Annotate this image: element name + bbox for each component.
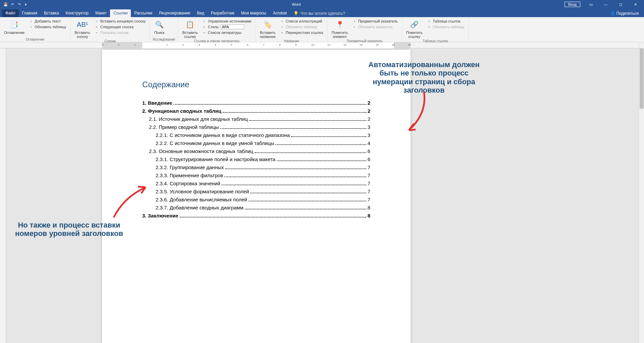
ruler-tick: 5 — [231, 43, 232, 46]
redo-icon[interactable]: ↷ — [17, 2, 21, 7]
maximize-icon[interactable]: ◻ — [614, 0, 627, 9]
toc-text: 2.3.7. Добавление сводных диаграмм — [156, 205, 244, 210]
undo-icon[interactable]: ↶ — [10, 2, 15, 7]
small-icon: ▫ — [352, 24, 357, 29]
toc-page-number: 7 — [368, 164, 370, 170]
ruler-tick: 6 — [247, 43, 248, 46]
annotation-left: Но также и процесс вставки номеров уровн… — [2, 221, 136, 238]
minimize-icon[interactable]: — — [599, 0, 612, 9]
toc-entry[interactable]: 2.3.7. Добавление сводных диаграмм 8 — [156, 205, 370, 210]
small-icon: ▫ — [427, 19, 431, 23]
ribbon-big-button[interactable]: 🔍Поиск — [153, 18, 166, 35]
toc-page-number: 7 — [368, 173, 370, 178]
ribbon-small-button[interactable]: ▫Обновить указатель — [351, 24, 399, 30]
login-button[interactable]: Вход — [565, 2, 580, 7]
ribbon-small-button[interactable]: ▫Обновить таблицу — [27, 24, 67, 30]
qat-customize-icon[interactable]: ▾ — [23, 2, 28, 7]
toc-page-number: 7 — [368, 181, 370, 186]
tab-вставка[interactable]: Вставка — [41, 9, 62, 17]
toc-leader-dots — [249, 120, 366, 121]
scrollbar-thumb[interactable] — [640, 48, 644, 109]
ribbon-icon: 📍 — [334, 19, 345, 30]
toc-entry[interactable]: 2.3. Основные возможности сводных таблиц… — [149, 148, 370, 154]
tell-me-label: Что вы хотите сделать? — [301, 11, 345, 16]
toc-entry[interactable]: 2.3.1. Структурирование полей и настройк… — [156, 156, 370, 162]
toc-page-number: 8 — [368, 205, 370, 210]
toc-entry[interactable]: 2.3.6. Добавление вычисляемых полей 7 — [156, 197, 370, 202]
save-icon[interactable]: 💾 — [3, 2, 8, 7]
ruler-tick: 12 — [343, 43, 346, 46]
ribbon-small-button[interactable]: ▫Вставить концевую сноску — [93, 18, 147, 24]
tab-рассылки[interactable]: Рассылки — [131, 9, 156, 17]
horizontal-ruler[interactable]: 32112345678910111213141516 — [0, 42, 639, 48]
toc-entry[interactable]: 2. Функционал сводных таблиц 2 — [142, 108, 370, 114]
vertical-scrollbar[interactable] — [639, 42, 644, 343]
small-label: Вставить концевую сноску — [100, 19, 146, 23]
close-icon[interactable]: ✕ — [629, 0, 642, 9]
ribbon-big-button[interactable]: 🏷️Вставитьназвание — [259, 18, 277, 39]
ribbon-display-icon[interactable]: ▭ — [584, 0, 598, 9]
toc-entry[interactable]: 2.2. Пример сводной таблицы 3 — [149, 124, 370, 130]
tab-вид[interactable]: Вид — [194, 9, 208, 17]
ruler-tick: 4 — [215, 43, 216, 46]
toc-text: 2.1. Источник данных для сводных таблиц — [149, 116, 248, 122]
style-select[interactable] — [221, 24, 244, 29]
ribbon-small-button[interactable]: ▫Показать сноски — [93, 30, 147, 35]
tab-разработчик[interactable]: Разработчик — [208, 9, 238, 17]
ribbon-small-button[interactable]: ▫Список иллюстраций — [278, 18, 325, 24]
vertical-ruler[interactable] — [0, 48, 6, 343]
tab-ссылки[interactable]: Ссылки — [110, 9, 131, 17]
ribbon-big-button[interactable]: 🔗Пометитьссылку — [405, 18, 424, 39]
tab-главная[interactable]: Главная — [19, 9, 41, 17]
tell-me-search[interactable]: 💡 Что вы хотите сделать? — [290, 10, 348, 17]
ribbon-small-button[interactable]: ▫Перекрестная ссылка — [278, 30, 325, 35]
small-label: Добавить текст — [35, 19, 61, 23]
small-label: Предметный указатель — [358, 19, 398, 23]
ribbon-big-button[interactable]: 📑Оглавление — [3, 18, 26, 35]
ribbon-big-button[interactable]: AB¹Вставитьсноску — [73, 18, 92, 39]
toc-leader-dots — [275, 144, 366, 145]
toc-entry[interactable]: 2.1. Источник данных для сводных таблиц … — [149, 116, 370, 122]
tab-макет[interactable]: Макет — [92, 9, 110, 17]
share-button[interactable]: 👤 Поделиться — [605, 10, 644, 17]
share-label: Поделиться — [616, 11, 639, 16]
small-icon: ▫ — [202, 24, 207, 29]
toc-entry[interactable]: 3. Заключение 8 — [142, 213, 370, 218]
ribbon-small-button[interactable]: ▫Обновить таблицу — [425, 24, 466, 30]
ribbon-big-button[interactable]: 📍Пометитьэлемент — [330, 18, 349, 39]
ribbon-small-button[interactable]: ▫Управление источниками — [201, 18, 253, 24]
ribbon-group-5: 📍Пометитьэлемент▫Предметный указатель▫Об… — [327, 17, 402, 42]
ribbon-small-button[interactable]: ▫Таблица ссылок — [425, 18, 466, 24]
small-label: Управление источниками — [208, 19, 251, 23]
toc-entry[interactable]: 2.3.3. Применение фильтров 7 — [156, 173, 370, 178]
ruler-tick: 13 — [360, 43, 363, 46]
ribbon-big-button[interactable]: 📋Вставитьссылку — [181, 18, 199, 39]
small-icon: ▫ — [29, 19, 33, 23]
tab-рецензирование[interactable]: Рецензирование — [156, 9, 194, 17]
toc-entry[interactable]: 2.3.5. Условное форматирование полей 7 — [156, 189, 370, 194]
toc-entry[interactable]: 2.3.2. Группирование данных 7 — [156, 164, 370, 170]
toc-page-number: 4 — [368, 140, 370, 146]
toc-text: 2.3.1. Структурирование полей и настройк… — [156, 156, 275, 162]
small-label: Обновить таблицу — [433, 25, 464, 29]
ribbon-icon: AB¹ — [77, 19, 88, 30]
toc-entry[interactable]: 2.3.4. Сортировка значений 7 — [156, 181, 370, 186]
toc-entry[interactable]: 2.2.2. С источником данных в виде умной … — [156, 140, 370, 146]
tab-конструктор[interactable]: Конструктор — [62, 9, 92, 17]
tab-file[interactable]: Файл — [2, 9, 19, 17]
document-page[interactable]: Содержание 1. Введение 22. Функционал св… — [102, 50, 411, 343]
ribbon-small-button[interactable]: ▫Добавить текст — [27, 18, 67, 24]
small-label: Показать сноски — [100, 31, 128, 35]
toc-entry[interactable]: 1. Введение 2 — [142, 100, 370, 106]
ribbon-small-button[interactable]: ▫Следующая сноска — [93, 24, 147, 30]
ribbon-small-button[interactable]: ▫Список литературы — [201, 30, 253, 35]
toc-leader-dots — [225, 168, 366, 169]
ribbon-small-button[interactable]: ▫Обновить таблицу — [278, 24, 325, 30]
tab-acrobat[interactable]: Acrobat — [270, 9, 290, 17]
ribbon-small-button[interactable]: ▫Предметный указатель — [351, 18, 399, 24]
toc-page-number: 2 — [368, 108, 370, 114]
tab-мои макросы[interactable]: Мои макросы — [238, 9, 270, 17]
small-icon: ▫ — [280, 19, 284, 23]
ribbon-small-button[interactable]: ▫Стиль: — [201, 24, 253, 30]
toc-entry[interactable]: 2.2.1. С источником данных в виде статич… — [156, 132, 370, 138]
